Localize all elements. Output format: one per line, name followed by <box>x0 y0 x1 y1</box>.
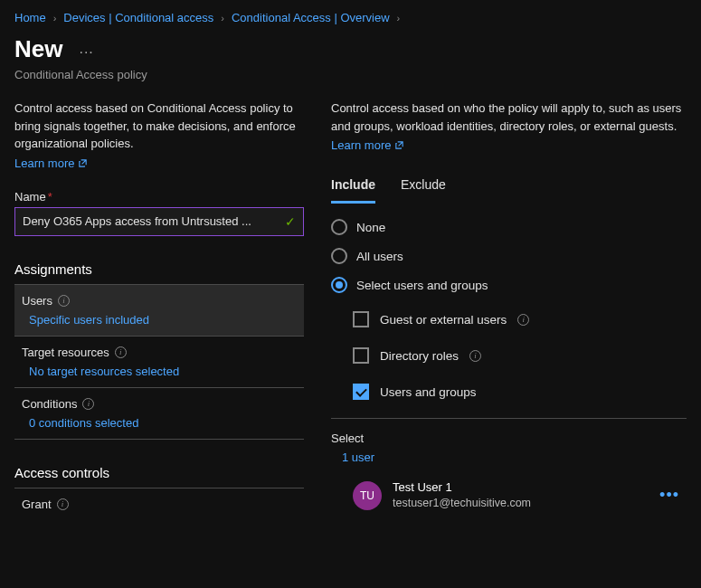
user-more-actions-button[interactable]: ••• <box>659 486 687 505</box>
radio-icon <box>331 277 347 293</box>
avatar: TU <box>353 481 382 510</box>
grant-setting-row[interactable]: Grant i <box>14 488 304 520</box>
user-name: Test User 1 <box>393 480 649 496</box>
assignments-heading: Assignments <box>14 256 304 285</box>
policy-name-input[interactable]: Deny O365 Apps access from Untrsusted ..… <box>14 207 304 236</box>
breadcrumb-ca-overview[interactable]: Conditional Access | Overview <box>232 11 390 24</box>
grant-label: Grant <box>22 498 52 511</box>
breadcrumb-home[interactable]: Home <box>14 11 46 24</box>
checkbox-directory-roles[interactable]: Directory roles i <box>353 347 687 364</box>
user-email: testuser1@techuisitive.com <box>393 496 649 510</box>
radio-none[interactable]: None <box>331 219 687 235</box>
access-controls-heading: Access controls <box>14 460 304 488</box>
learn-more-link-right[interactable]: Learn more <box>331 138 404 152</box>
breadcrumb-devices[interactable]: Devices | Conditional access <box>63 11 213 24</box>
radio-icon <box>331 248 347 264</box>
tab-exclude[interactable]: Exclude <box>401 172 446 204</box>
checkbox-users-groups[interactable]: Users and groups <box>353 384 687 400</box>
divider <box>331 418 687 419</box>
conditions-value-link[interactable]: 0 conditions selected <box>29 416 138 430</box>
validation-check-icon: ✓ <box>285 214 296 229</box>
radio-select-users-groups[interactable]: Select users and groups <box>331 277 687 293</box>
users-setting-row[interactable]: Users i Specific users included <box>14 285 304 337</box>
page-subtitle: Conditional Access policy <box>0 66 701 100</box>
users-value-link[interactable]: Specific users included <box>29 313 149 327</box>
checkbox-icon <box>353 347 369 364</box>
target-resources-label: Target resources <box>22 346 109 359</box>
tab-include[interactable]: Include <box>331 172 375 204</box>
conditions-setting-row[interactable]: Conditions i 0 conditions selected <box>14 388 304 440</box>
learn-more-link-left[interactable]: Learn more <box>14 156 88 170</box>
external-link-icon <box>394 140 404 150</box>
checkbox-icon <box>353 384 369 400</box>
info-icon[interactable]: i <box>517 314 529 326</box>
info-icon[interactable]: i <box>82 398 94 410</box>
right-intro-text: Control access based on who the policy w… <box>331 100 687 135</box>
info-icon[interactable]: i <box>115 346 127 358</box>
target-resources-setting-row[interactable]: Target resources i No target resources s… <box>14 337 304 388</box>
left-intro-text: Control access based on Conditional Acce… <box>14 100 304 153</box>
selected-users-link[interactable]: 1 user <box>331 450 374 464</box>
selected-user-row: TU Test User 1 testuser1@techuisitive.co… <box>331 480 687 510</box>
external-link-icon <box>78 158 88 168</box>
info-icon[interactable]: i <box>58 295 70 307</box>
select-label: Select <box>331 432 687 445</box>
page-title: New <box>14 35 62 63</box>
chevron-right-icon: › <box>53 13 57 24</box>
sub-options-group: Guest or external users i Directory role… <box>353 311 687 400</box>
chevron-right-icon: › <box>397 13 401 24</box>
checkbox-icon <box>353 311 369 327</box>
breadcrumb: Home › Devices | Conditional access › Co… <box>0 0 701 32</box>
more-actions-button[interactable]: ··· <box>79 44 93 66</box>
info-icon[interactable]: i <box>469 350 481 362</box>
user-scope-radio-group: None All users Select users and groups <box>331 219 687 293</box>
name-field-label: Name* <box>14 190 304 204</box>
target-resources-value-link[interactable]: No target resources selected <box>29 365 179 378</box>
radio-all-users[interactable]: All users <box>331 248 687 264</box>
checkbox-guest-external[interactable]: Guest or external users i <box>353 311 687 327</box>
radio-icon <box>331 219 347 235</box>
include-exclude-tabs: Include Exclude <box>331 172 687 204</box>
required-indicator: * <box>48 190 52 204</box>
users-label: Users <box>22 294 52 308</box>
info-icon[interactable]: i <box>57 498 69 510</box>
chevron-right-icon: › <box>221 13 224 24</box>
conditions-label: Conditions <box>22 397 77 411</box>
policy-name-value: Deny O365 Apps access from Untrsusted ..… <box>23 214 279 228</box>
